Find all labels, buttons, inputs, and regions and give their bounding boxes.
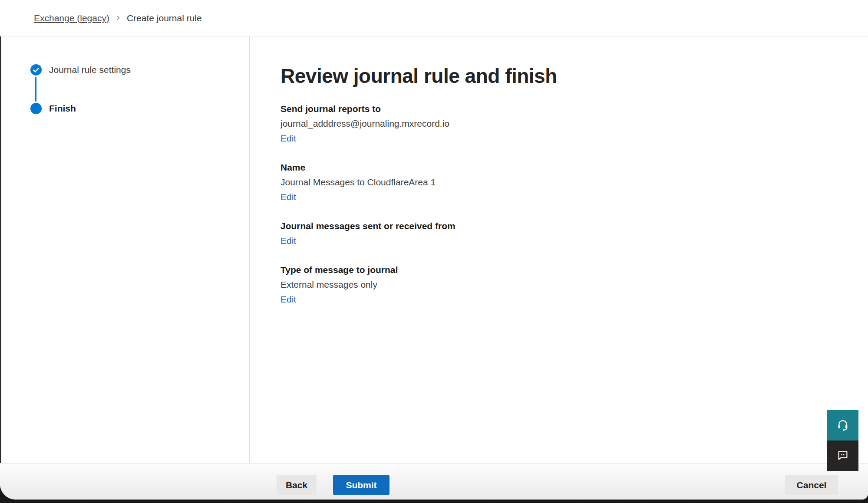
help-button[interactable] [827, 410, 858, 441]
headset-icon [836, 418, 849, 433]
footer-action-bar: Back Submit Cancel [0, 463, 868, 500]
chevron-right-icon: › [116, 12, 120, 23]
page-title: Review journal rule and finish [281, 64, 868, 88]
back-button[interactable]: Back [277, 475, 317, 495]
breadcrumb: Exchange (legacy) › Create journal rule [34, 13, 202, 23]
section-label: Type of message to journal [281, 263, 868, 277]
feedback-icon [836, 449, 849, 463]
review-section-name: Name Journal Messages to CloudflareArea … [281, 160, 868, 204]
wizard-step-finish[interactable]: Finish [30, 103, 249, 114]
edit-send-journal-reports-link[interactable]: Edit [281, 131, 296, 146]
step-current-dot-icon [30, 103, 42, 114]
top-bar: Exchange (legacy) › Create journal rule [0, 0, 868, 36]
step-connector-line [35, 77, 36, 102]
main-content: Review journal rule and finish Send jour… [250, 36, 868, 463]
page-body: Journal rule settings Finish Review jour… [0, 36, 868, 463]
review-section-message-type: Type of message to journal External mess… [281, 263, 868, 307]
cancel-button[interactable]: Cancel [785, 475, 838, 495]
wizard-steps-sidebar: Journal rule settings Finish [0, 36, 250, 463]
edit-message-type-link[interactable]: Edit [281, 292, 296, 307]
step-label: Journal rule settings [49, 65, 131, 75]
breadcrumb-link-exchange-legacy[interactable]: Exchange (legacy) [34, 13, 109, 23]
feedback-button[interactable] [827, 441, 858, 471]
app-window: Exchange (legacy) › Create journal rule … [0, 0, 868, 500]
section-value: journal_adddress@journaling.mxrecord.io [281, 116, 868, 131]
section-label: Name [281, 160, 868, 175]
review-section-send-journal-reports-to: Send journal reports to journal_adddress… [281, 102, 868, 146]
breadcrumb-current-page: Create journal rule [127, 13, 202, 23]
wizard-step-journal-rule-settings[interactable]: Journal rule settings [30, 64, 249, 76]
review-section-journal-messages-scope: Journal messages sent or received from E… [281, 219, 868, 248]
section-value: Journal Messages to CloudflareArea 1 [281, 175, 868, 190]
section-label: Journal messages sent or received from [281, 219, 868, 233]
step-label: Finish [49, 103, 76, 114]
submit-button[interactable]: Submit [333, 475, 389, 495]
section-label: Send journal reports to [281, 102, 868, 116]
left-edge-divider [0, 36, 1, 463]
section-value: External messages only [281, 277, 868, 292]
edit-journal-messages-scope-link[interactable]: Edit [281, 233, 296, 248]
edit-name-link[interactable]: Edit [281, 190, 296, 204]
step-completed-check-icon [30, 64, 42, 76]
